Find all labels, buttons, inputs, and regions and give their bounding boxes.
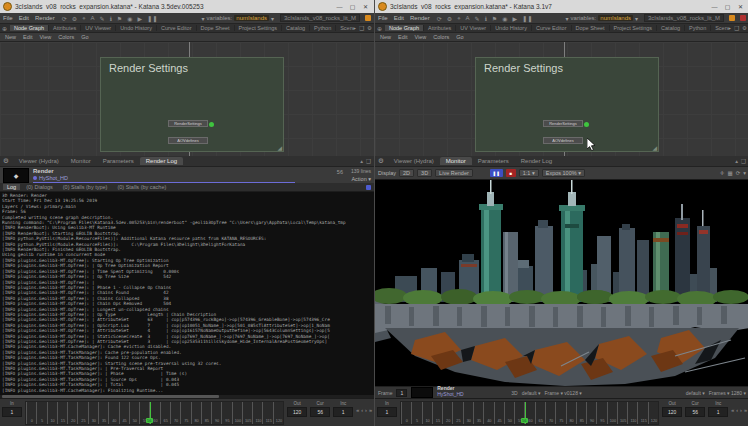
nodegraph-menu-item[interactable]: Edit <box>398 34 407 40</box>
toolbar-icon[interactable]: A <box>466 15 470 22</box>
toolbar-icon[interactable]: ❚❚ <box>522 15 532 22</box>
menu-item[interactable]: Edit <box>394 15 404 21</box>
add-tab-icon[interactable]: ⊕ <box>377 25 382 32</box>
timeline-in-field[interactable]: 1 <box>2 407 22 417</box>
node-port-icon[interactable] <box>209 122 214 127</box>
transport-button[interactable]: ‹ <box>361 407 363 413</box>
timeline-cur-field[interactable]: 56 <box>310 407 330 417</box>
frame-ruler[interactable]: 0510152025303540455055606570758085909510… <box>400 401 659 425</box>
toolbar-icon[interactable]: ⚑ <box>492 15 497 22</box>
pane-tab[interactable]: Render Log <box>515 157 558 165</box>
pane-options-icon[interactable]: ❑ <box>366 158 371 164</box>
pane-float-icon[interactable]: ▴ <box>360 158 363 164</box>
tab-overflow-icon[interactable]: ▸ <box>728 25 731 31</box>
main-tab[interactable]: Python <box>685 25 711 31</box>
timeline-out-field[interactable]: 120 <box>287 407 307 417</box>
pane-gear-icon[interactable]: ⚙ <box>742 25 747 31</box>
nodegraph-menu-item[interactable]: Colors <box>58 34 74 40</box>
live-render-button[interactable]: Live Render <box>435 169 473 177</box>
current-frame-marker[interactable]: 56 <box>521 402 530 424</box>
nodegraph-menu-item[interactable]: Go <box>456 34 463 40</box>
nodegraph-menu-item[interactable]: Go <box>81 34 88 40</box>
toolbar-icon[interactable]: ✎ <box>100 15 105 22</box>
main-tab[interactable]: Catalog <box>657 25 685 31</box>
render-log-console[interactable]: 3D Render: RenderStart Time: Fri Dec 13 … <box>0 192 374 395</box>
menu-item[interactable]: Render <box>35 15 55 21</box>
pane-tab[interactable]: Viewer (Hydra) <box>388 157 440 165</box>
zoom-level-button[interactable]: 1:1 ▾ <box>519 169 539 177</box>
monitor-canvas[interactable] <box>375 180 748 386</box>
pane-split-icon[interactable]: ❑ <box>359 25 364 31</box>
stop-render-button[interactable]: ■ <box>506 169 516 177</box>
nodegraph-menu-item[interactable]: View <box>415 34 427 40</box>
node-aovdefines[interactable]: AOVdefines <box>168 137 208 144</box>
action-dropdown[interactable]: Action ▾ <box>351 176 371 182</box>
add-tab-icon[interactable]: ⊕ <box>2 25 7 32</box>
minimize-button[interactable]: — <box>333 4 346 10</box>
backdrop-resize-icon[interactable]: ◢ <box>277 144 282 151</box>
main-tab[interactable]: Python <box>310 25 336 31</box>
pane-gear-icon[interactable]: ⚙ <box>3 157 9 165</box>
timeline-out-field[interactable]: 120 <box>662 407 682 417</box>
toolbar-icon[interactable]: ⟳ <box>437 15 442 22</box>
toolbar-icon[interactable]: ℹ <box>110 15 112 22</box>
log-subtab[interactable]: Log <box>3 184 20 190</box>
main-tab[interactable]: Undo History <box>116 25 157 31</box>
nodegraph-menu-item[interactable]: New <box>5 34 16 40</box>
pane-options-icon[interactable]: ❑ <box>741 158 746 164</box>
frame-ruler[interactable]: 0510152025303540455055606570758085909510… <box>25 401 284 425</box>
toolbar-icon[interactable]: ⌖ <box>457 15 460 22</box>
toolbar-icon[interactable]: ⚙ <box>447 15 452 22</box>
main-tab[interactable]: Dope Sheet <box>197 25 235 31</box>
maximize-button[interactable]: ▢ <box>346 3 359 10</box>
main-tab[interactable]: Attributes <box>424 25 456 31</box>
toolbar-icon[interactable]: A <box>91 15 95 22</box>
menu-item[interactable]: File <box>3 15 13 21</box>
node-rendersettings[interactable]: RenderSettings <box>168 120 208 127</box>
compare-dropdown[interactable]: default ▾ <box>686 390 705 396</box>
pane-split-icon[interactable]: ❑ <box>734 25 739 31</box>
pane-float-icon[interactable]: ▴ <box>735 158 738 164</box>
backdrop-resize-icon[interactable]: ◢ <box>652 144 657 151</box>
tab-overflow-icon[interactable]: ▸ <box>353 25 356 31</box>
toolbar-icon[interactable]: ⚑ <box>117 15 122 22</box>
channel-dropdown[interactable]: default ▾ <box>522 390 541 396</box>
main-tab[interactable]: Scene <box>336 25 353 31</box>
frames-dropdown[interactable]: Frames ▾ 1280 ▾ <box>709 390 746 396</box>
nodegraph-menu-item[interactable]: Colors <box>433 34 449 40</box>
pause-render-button[interactable]: ❚❚ <box>490 169 503 177</box>
main-tab[interactable]: Node Graph <box>385 25 424 31</box>
toolbar-icon[interactable]: ⟳ <box>62 15 67 22</box>
pane-gear-icon[interactable]: ⚙ <box>367 25 372 31</box>
menu-item[interactable]: Edit <box>19 15 29 21</box>
render-stop-icon[interactable] <box>740 15 746 21</box>
main-tab[interactable]: Undo History <box>491 25 532 31</box>
menu-item[interactable]: Render <box>410 15 430 21</box>
monitor-tool-icon[interactable]: ▦ <box>727 170 732 176</box>
nodegraph-menu-item[interactable]: View <box>40 34 52 40</box>
view-3d-button[interactable]: 3D <box>417 169 432 177</box>
transport-button[interactable]: › <box>365 407 367 413</box>
main-tab[interactable]: Project Settings <box>235 25 283 31</box>
toolbar-icon[interactable]: ✎ <box>475 15 480 22</box>
pane-tab[interactable]: Parameters <box>472 157 515 165</box>
toolbar-icon[interactable]: ⌖ <box>82 15 85 22</box>
toolbar-icon[interactable]: ❚❚ <box>147 15 157 22</box>
nodegraph-menu-item[interactable]: Edit <box>23 34 32 40</box>
toolbar-icon[interactable]: ◉ <box>127 15 132 22</box>
main-tab[interactable]: Curve Editor <box>157 25 197 31</box>
frame-dropdown[interactable]: Frame ▾ v0128 ▾ <box>545 390 582 396</box>
nodegraph-menu-item[interactable]: New <box>380 34 391 40</box>
render-thumbnail[interactable]: ◆ <box>3 168 29 183</box>
titlebar[interactable]: 3cIslands_v08_rocks_expansion.katana* - … <box>0 0 374 13</box>
pane-gear-icon[interactable]: ⚙ <box>378 157 384 165</box>
pane-tab[interactable]: Parameters <box>97 157 140 165</box>
log-subtab[interactable]: (0) Stalls (by cache) <box>113 184 170 190</box>
toolbar-icon[interactable]: ▶ <box>512 15 517 22</box>
current-frame-marker[interactable]: 56 <box>146 402 155 424</box>
pane-tab[interactable]: Render Log <box>140 157 183 165</box>
session-tab[interactable]: 3cIslands_v08_rocks_lit_M <box>644 14 724 22</box>
transport-button[interactable]: » <box>744 407 747 413</box>
exposure-button[interactable]: Expos 100% ▾ <box>542 169 585 177</box>
log-subtab[interactable]: (0) Dialogs <box>22 184 57 190</box>
